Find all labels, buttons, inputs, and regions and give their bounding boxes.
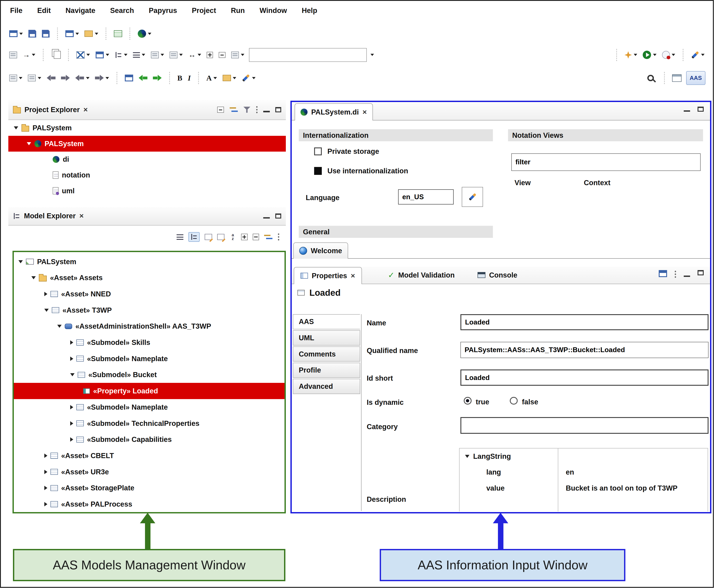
papyrus-button[interactable] bbox=[137, 28, 152, 39]
model-explorer-title[interactable]: Model Explorer bbox=[24, 212, 76, 220]
menu-help[interactable]: Help bbox=[302, 6, 317, 15]
tree-item[interactable]: «Asset» T3WP bbox=[14, 302, 285, 318]
menu-window[interactable]: Window bbox=[259, 6, 287, 15]
quick-access-combo[interactable] bbox=[249, 48, 367, 62]
qualified-name-input[interactable] bbox=[460, 342, 709, 358]
search-button[interactable] bbox=[646, 74, 657, 82]
select-tool-button[interactable] bbox=[150, 50, 165, 59]
edit-language-button[interactable] bbox=[462, 187, 483, 207]
dropdown-arrow-icon[interactable] bbox=[634, 54, 637, 56]
expand-icon[interactable] bbox=[44, 486, 47, 490]
annotation-button[interactable] bbox=[8, 74, 23, 83]
dropdown-arrow-icon[interactable] bbox=[213, 77, 217, 79]
project-explorer-title[interactable]: Project Explorer bbox=[24, 106, 80, 114]
side-tab-uml[interactable]: UML bbox=[293, 330, 360, 345]
routing-button[interactable] bbox=[169, 50, 184, 59]
dropdown-arrow-icon[interactable] bbox=[179, 54, 183, 56]
welcome-tab[interactable]: Welcome bbox=[293, 243, 348, 259]
lang-key-cell[interactable]: lang bbox=[486, 468, 501, 476]
tree-item[interactable]: «Submodel» TechnicalProperties bbox=[14, 415, 285, 432]
dropdown-arrow-icon[interactable] bbox=[233, 77, 236, 79]
expand-icon[interactable] bbox=[57, 325, 62, 328]
tree-table-button[interactable] bbox=[114, 51, 129, 59]
language-input[interactable] bbox=[398, 189, 454, 205]
new-wizard-button[interactable] bbox=[8, 29, 24, 38]
minimize-icon[interactable] bbox=[263, 217, 269, 218]
expand-icon[interactable] bbox=[44, 309, 49, 312]
close-icon[interactable]: × bbox=[351, 272, 355, 280]
side-tab-aas[interactable]: AAS bbox=[293, 314, 360, 329]
view-menu-icon[interactable] bbox=[674, 270, 676, 278]
menu-project[interactable]: Project bbox=[192, 6, 216, 15]
dropdown-arrow-icon[interactable] bbox=[106, 54, 109, 56]
maximize-icon[interactable] bbox=[275, 107, 281, 112]
copy-button[interactable] bbox=[50, 50, 62, 60]
undo-button[interactable] bbox=[46, 74, 57, 82]
navigate-forward-button[interactable] bbox=[152, 74, 163, 82]
resize-button[interactable]: ↔ bbox=[187, 50, 202, 60]
save-button[interactable] bbox=[27, 29, 37, 38]
back-history-button[interactable] bbox=[74, 74, 90, 82]
tree-item[interactable]: «Submodel» Capabilities bbox=[14, 431, 285, 447]
menu-navigate[interactable]: Navigate bbox=[66, 6, 95, 15]
name-input[interactable] bbox=[460, 314, 709, 331]
new-table-button[interactable] bbox=[113, 29, 123, 38]
dropdown-arrow-icon[interactable] bbox=[38, 77, 41, 79]
combo-dropdown-icon[interactable] bbox=[370, 54, 374, 56]
id-short-input[interactable] bbox=[460, 370, 709, 386]
expand-icon[interactable] bbox=[31, 276, 36, 279]
maximize-icon[interactable] bbox=[697, 270, 704, 275]
dropdown-arrow-icon[interactable] bbox=[198, 54, 201, 56]
profile-button[interactable] bbox=[661, 50, 676, 60]
maximize-icon[interactable] bbox=[697, 107, 704, 112]
menu-search[interactable]: Search bbox=[110, 6, 134, 15]
menu-papyrus[interactable]: Papyrus bbox=[149, 6, 177, 15]
collapse-all-icon[interactable] bbox=[253, 234, 259, 240]
font-color-button[interactable]: A bbox=[205, 73, 218, 83]
link-editor-icon[interactable] bbox=[230, 106, 238, 113]
close-icon[interactable]: × bbox=[363, 108, 367, 116]
expand-icon[interactable] bbox=[70, 357, 73, 361]
tree-item[interactable]: «Submodel» Nameplate bbox=[14, 351, 285, 367]
menu-run[interactable]: Run bbox=[231, 6, 244, 15]
use-internationalization-checkbox[interactable] bbox=[314, 167, 322, 175]
open-perspective-button[interactable] bbox=[671, 74, 683, 83]
go-next-button[interactable]: → bbox=[22, 50, 37, 60]
expand-icon[interactable] bbox=[44, 470, 47, 474]
minimize-icon[interactable] bbox=[684, 276, 690, 277]
tree-item[interactable]: «AssetAdministrationShell» AAS_T3WP bbox=[14, 318, 285, 334]
bold-button[interactable]: B bbox=[176, 73, 183, 83]
dropdown-arrow-icon[interactable] bbox=[86, 77, 89, 79]
tree-item-selected[interactable]: «Property» Loaded bbox=[14, 383, 285, 399]
zoom-select-button[interactable] bbox=[230, 50, 245, 59]
new-package-button[interactable] bbox=[84, 29, 99, 38]
new-diagram-button[interactable] bbox=[124, 74, 134, 83]
side-tab-advanced[interactable]: Advanced bbox=[293, 379, 360, 394]
close-icon[interactable]: × bbox=[80, 212, 84, 220]
expand-icon[interactable] bbox=[70, 437, 73, 442]
expand-icon[interactable] bbox=[14, 126, 18, 129]
value-key-cell[interactable]: value bbox=[486, 484, 504, 492]
debug-button[interactable] bbox=[624, 50, 638, 60]
new-model-button[interactable] bbox=[64, 29, 80, 38]
dropdown-arrow-icon[interactable] bbox=[241, 54, 244, 56]
filter-icon[interactable] bbox=[243, 107, 251, 112]
expand-all-icon[interactable] bbox=[241, 234, 247, 240]
value-text-cell[interactable]: Bucket is an tool on top of T3WP bbox=[566, 484, 677, 492]
editor-tab-palsystem-di[interactable]: PALSystem.di × bbox=[295, 103, 373, 121]
grid-button[interactable] bbox=[206, 51, 214, 59]
redo-button[interactable] bbox=[60, 74, 71, 82]
tree-item[interactable]: uml bbox=[8, 183, 286, 199]
fill-color-button[interactable] bbox=[222, 74, 237, 82]
side-tab-profile[interactable]: Profile bbox=[293, 363, 360, 378]
dropdown-arrow-icon[interactable] bbox=[32, 54, 35, 56]
expand-icon[interactable] bbox=[18, 260, 23, 263]
tree-item[interactable]: «Asset» PALProcess bbox=[14, 496, 285, 512]
forward-history-button[interactable] bbox=[94, 74, 110, 82]
flat-list-icon[interactable] bbox=[177, 234, 183, 240]
menu-edit[interactable]: Edit bbox=[37, 6, 51, 15]
expand-icon[interactable] bbox=[27, 142, 31, 145]
edit-table-icon[interactable] bbox=[205, 234, 212, 240]
menu-file[interactable]: File bbox=[10, 6, 22, 15]
tree-mode-button[interactable] bbox=[189, 232, 199, 242]
